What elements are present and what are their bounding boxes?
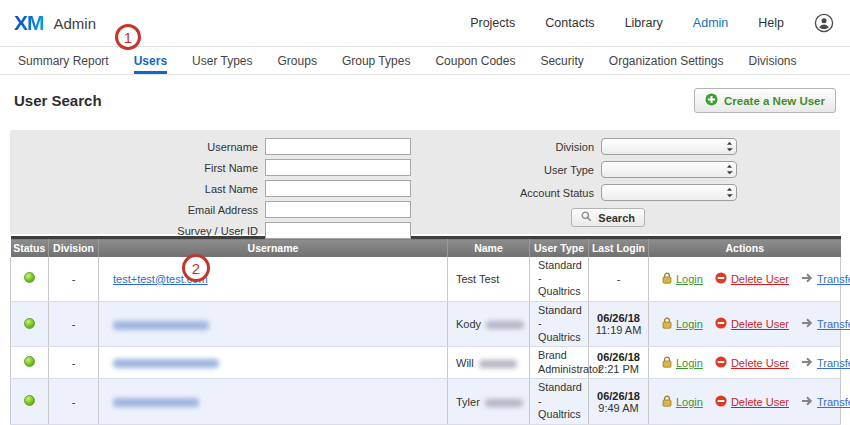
transfer-user-link[interactable]: Transfer Surveys — [801, 357, 850, 369]
survey-user-id-input[interactable] — [265, 222, 411, 239]
form-row-username: Username — [10, 137, 422, 156]
tab-user-types[interactable]: User Types — [192, 47, 252, 74]
stepper-arrows-icon — [726, 161, 733, 179]
delete-user-link[interactable]: Delete User — [715, 317, 789, 331]
redacted-username — [113, 359, 219, 368]
survey-user-id-label: Survey / User ID — [10, 225, 258, 237]
delete-user-link[interactable]: Delete User — [715, 272, 789, 286]
status-dot-active — [24, 318, 35, 329]
delete-user-link-label: Delete User — [731, 357, 789, 369]
login-user-link[interactable]: Login — [662, 395, 703, 409]
create-new-user-label: Create a New User — [724, 95, 825, 107]
create-new-user-button[interactable]: Create a New User — [694, 88, 836, 113]
delete-user-link[interactable]: Delete User — [715, 395, 789, 409]
username-input[interactable] — [265, 138, 411, 155]
form-row-last-name: Last Name — [10, 179, 422, 198]
username-label: Username — [10, 141, 258, 153]
search-button[interactable]: Search — [571, 208, 645, 227]
last-login-cell: 06/26/189:49 AM — [589, 379, 649, 424]
form-text-fields: UsernameFirst NameLast NameEmail Address… — [10, 137, 422, 234]
tab-users[interactable]: Users — [134, 47, 167, 74]
tab-security[interactable]: Security — [540, 47, 583, 74]
transfer-user-link[interactable]: Transfer Surveys — [801, 318, 850, 330]
name-cell: Test Test — [448, 257, 530, 302]
name-cell: Will — [448, 347, 530, 379]
login-link-label: Login — [676, 273, 703, 285]
topnav-item-help[interactable]: Help — [758, 16, 784, 30]
column-header-name: Name — [448, 238, 530, 257]
annotation-circle-2: 2 — [182, 254, 210, 282]
status-dot-active — [24, 395, 35, 406]
column-header-division: Division — [49, 238, 99, 257]
lock-icon — [662, 272, 672, 286]
name-cell: Tyler — [448, 379, 530, 424]
topnav-item-projects[interactable]: Projects — [470, 16, 515, 30]
actions-cell: LoginDelete UserTransfer Surveys — [649, 379, 841, 424]
form-row-survey-user-id: Survey / User ID — [10, 221, 422, 240]
delete-user-link-label: Delete User — [731, 318, 789, 330]
division-dropdown[interactable] — [601, 138, 737, 155]
username-cell — [99, 379, 448, 424]
status-cell — [11, 257, 49, 302]
topnav-item-admin[interactable]: Admin — [693, 16, 728, 30]
xm-logo: XM — [14, 11, 44, 35]
user-search-form: UsernameFirst NameLast NameEmail Address… — [10, 130, 840, 234]
email-address-label: Email Address — [10, 204, 258, 216]
column-header-last-login: Last Login — [589, 238, 649, 257]
user-type-cell: Standard - Qualtrics — [530, 301, 589, 346]
last-login-date: 06/26/18 — [593, 390, 644, 402]
search-icon — [581, 211, 592, 224]
tab-coupon-codes[interactable]: Coupon Codes — [435, 47, 515, 74]
tab-summary-report[interactable]: Summary Report — [18, 47, 109, 74]
column-header-user-type: User Type — [530, 238, 589, 257]
form-row-email-address: Email Address — [10, 200, 422, 219]
username-cell — [99, 347, 448, 379]
table-header-row: StatusDivisionUsernameNameUser TypeLast … — [11, 238, 841, 257]
transfer-surveys-link-label: Transfer Surveys — [817, 396, 850, 408]
redacted-username — [113, 398, 199, 407]
name-text: Will — [456, 357, 474, 369]
page-head: User Search Create a New User — [0, 75, 850, 124]
division-cell: - — [49, 257, 99, 302]
division-cell: - — [49, 379, 99, 424]
login-user-link[interactable]: Login — [662, 356, 703, 370]
name-cell: Kody — [448, 301, 530, 346]
form-row-account-status: Account Status — [422, 183, 840, 202]
last-login-cell: 06/26/182:21 PM — [589, 347, 649, 379]
brand: XM Admin — [14, 11, 96, 35]
column-header-status: Status — [11, 238, 49, 257]
first-name-input[interactable] — [265, 159, 411, 176]
last-login-cell: - — [589, 257, 649, 302]
login-user-link[interactable]: Login — [662, 272, 703, 286]
account-avatar-icon[interactable] — [814, 13, 834, 33]
login-link-label: Login — [676, 357, 703, 369]
stepper-arrows-icon — [726, 138, 733, 156]
topnav-item-contacts[interactable]: Contacts — [545, 16, 594, 30]
last-name-input[interactable] — [265, 180, 411, 197]
last-login-time: 9:49 AM — [593, 402, 644, 414]
status-cell — [11, 347, 49, 379]
tab-groups[interactable]: Groups — [278, 47, 317, 74]
email-address-input[interactable] — [265, 201, 411, 218]
user-type-dropdown[interactable] — [601, 161, 737, 178]
username-cell — [99, 301, 448, 346]
tab-divisions[interactable]: Divisions — [749, 47, 797, 74]
table-row: -KodyStandard - Qualtrics06/26/1811:19 A… — [11, 301, 841, 346]
column-header-actions: Actions — [649, 238, 841, 257]
account-status-dropdown[interactable] — [601, 184, 737, 201]
division-cell: - — [49, 301, 99, 346]
actions-cell: LoginDelete UserTransfer Surveys — [649, 347, 841, 379]
tab-organization-settings[interactable]: Organization Settings — [609, 47, 724, 74]
login-user-link[interactable]: Login — [662, 317, 703, 331]
admin-nav: Summary ReportUsersUser TypesGroupsGroup… — [0, 47, 850, 75]
transfer-user-link[interactable]: Transfer Surveys — [801, 396, 850, 408]
arrow-right-icon — [801, 357, 813, 369]
transfer-surveys-link-label: Transfer Surveys — [817, 318, 850, 330]
redacted-surname — [479, 360, 517, 368]
transfer-user-link[interactable]: Transfer Surveys — [801, 273, 850, 285]
delete-user-link[interactable]: Delete User — [715, 356, 789, 370]
tab-group-types[interactable]: Group Types — [342, 47, 410, 74]
login-link-label: Login — [676, 396, 703, 408]
topnav-item-library[interactable]: Library — [625, 16, 663, 30]
plus-icon — [705, 93, 718, 108]
